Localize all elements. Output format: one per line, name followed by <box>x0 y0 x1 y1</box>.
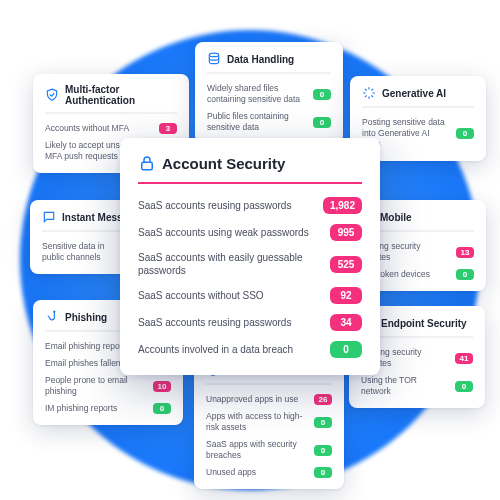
metric-badge: 3 <box>159 123 177 134</box>
card-title: Endpoint Security <box>381 318 467 329</box>
metric-row[interactable]: SaaS accounts with easily guessable pass… <box>138 246 362 282</box>
svg-point-0 <box>209 53 218 57</box>
card-account-security[interactable]: Account Security SaaS accounts reusing p… <box>120 138 380 375</box>
metric-badge: 525 <box>330 256 362 273</box>
metric-row[interactable]: Public files containing sensitive data0 <box>207 108 331 136</box>
card-data-handling[interactable]: Data Handling Widely shared files contai… <box>195 42 343 144</box>
metric-row[interactable]: People prone to email phishing10 <box>45 372 171 400</box>
metric-badge: 0 <box>456 128 474 139</box>
metric-badge: 0 <box>313 117 331 128</box>
metric-badge: 10 <box>153 381 171 392</box>
metric-row[interactable]: Using the TOR network0 <box>361 372 473 400</box>
metric-badge: 34 <box>330 314 362 331</box>
metric-row[interactable]: Widely shared files containing sensitive… <box>207 80 331 108</box>
metric-badge: 41 <box>455 353 473 364</box>
card-title: Data Handling <box>227 54 294 65</box>
metric-badge: 0 <box>314 467 332 478</box>
metric-badge: 0 <box>313 89 331 100</box>
metric-row[interactable]: SaaS accounts using weak passwords995 <box>138 219 362 246</box>
metric-badge: 13 <box>456 247 474 258</box>
metric-badge: 0 <box>314 417 332 428</box>
dashboard: Multi-factor Authentication Accounts wit… <box>0 0 500 500</box>
card-title: Generative AI <box>382 88 446 99</box>
card-title: Multi-factor Authentication <box>65 84 177 106</box>
metric-row[interactable]: SaaS accounts reusing passwords1,982 <box>138 192 362 219</box>
chat-icon <box>42 210 56 224</box>
card-title: Account Security <box>162 155 285 172</box>
metric-badge: 26 <box>314 394 332 405</box>
metric-badge: 0 <box>330 341 362 358</box>
database-icon <box>207 52 221 66</box>
svg-point-2 <box>54 311 55 312</box>
metric-row[interactable]: Accounts involved in a data breach0 <box>138 336 362 363</box>
metric-badge: 92 <box>330 287 362 304</box>
metric-row[interactable]: SaaS apps with security breaches0 <box>206 436 332 464</box>
card-title: Phishing <box>65 312 107 323</box>
lock-icon <box>138 154 156 172</box>
metric-row[interactable]: Accounts without MFA3 <box>45 120 177 137</box>
metric-row[interactable]: Unused apps0 <box>206 464 332 481</box>
metric-row[interactable]: SaaS accounts without SSO92 <box>138 282 362 309</box>
metric-badge: 0 <box>455 381 473 392</box>
card-title: Mobile <box>380 212 412 223</box>
metric-row[interactable]: Apps with access to high-risk assets0 <box>206 408 332 436</box>
metric-badge: 0 <box>456 269 474 280</box>
svg-rect-5 <box>142 162 153 170</box>
metric-row[interactable]: IM phishing reports0 <box>45 400 171 417</box>
metric-row[interactable]: Unapproved apps in use26 <box>206 391 332 408</box>
metric-row[interactable]: SaaS accounts reusing passwords34 <box>138 309 362 336</box>
sparkle-icon <box>362 86 376 100</box>
metric-badge: 0 <box>314 445 332 456</box>
shield-check-icon <box>45 88 59 102</box>
metric-badge: 1,982 <box>323 197 362 214</box>
hook-icon <box>45 310 59 324</box>
metric-badge: 0 <box>153 403 171 414</box>
metric-badge: 995 <box>330 224 362 241</box>
